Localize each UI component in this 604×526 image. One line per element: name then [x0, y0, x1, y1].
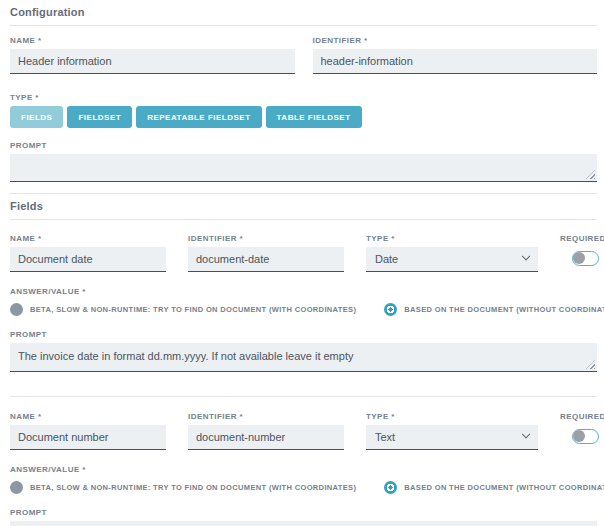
- type-selector-group: TYPE * FIELDS FIELDSET REPEATABLE FIELDS…: [10, 93, 597, 128]
- required-label: REQUIRED?: [560, 234, 604, 243]
- radio-option-label: BASED ON THE DOCUMENT (WITHOUT COORDINAT…: [404, 483, 604, 492]
- prompt-label: PROMPT: [10, 141, 597, 150]
- field-identifier-input[interactable]: [188, 247, 344, 272]
- radio-option-without-coordinates[interactable]: BASED ON THE DOCUMENT (WITHOUT COORDINAT…: [384, 481, 604, 494]
- field-name-group: NAME *: [10, 412, 166, 450]
- toggle-knob-icon: [573, 252, 585, 264]
- field-name-label: NAME *: [10, 234, 166, 243]
- chevron-down-icon: [522, 430, 530, 438]
- field-type-group: TYPE * Text: [366, 412, 538, 450]
- type-button-row: FIELDS FIELDSET REPEATABLE FIELDSET TABL…: [10, 106, 597, 128]
- field-identifier-group: IDENTIFIER *: [188, 234, 344, 272]
- answer-value-label: ANSWER/VALUE *: [10, 287, 597, 296]
- field-row: NAME * IDENTIFIER * TYPE * Date REQUIRED…: [10, 234, 597, 272]
- name-field-group: NAME *: [10, 36, 295, 74]
- radio-selected-icon[interactable]: [384, 481, 397, 494]
- field-type-value: Date: [375, 253, 398, 265]
- radio-option-with-coordinates[interactable]: BETA, SLOW & NON-RUNTIME: TRY TO FIND ON…: [10, 481, 356, 494]
- field-prompt-textarea[interactable]: The invoice date in format dd.mm.yyyy. I…: [10, 343, 597, 372]
- field-type-value: Text: [375, 431, 395, 443]
- fields-section-title: Fields: [10, 194, 597, 220]
- name-input[interactable]: [10, 49, 295, 74]
- configuration-section: Configuration NAME * IDENTIFIER * TYPE *…: [10, 0, 597, 182]
- field-prompt-group: PROMPT The invoice date in format dd.mm.…: [10, 330, 597, 372]
- field-type-select[interactable]: Text: [366, 425, 538, 450]
- type-button-table-fieldset[interactable]: TABLE FIELDSET: [266, 106, 362, 128]
- field-identifier-label: IDENTIFIER *: [188, 234, 344, 243]
- radio-selected-icon[interactable]: [384, 303, 397, 316]
- answer-value-radio-row: BETA, SLOW & NON-RUNTIME: TRY TO FIND ON…: [10, 303, 597, 316]
- radio-option-label: BASED ON THE DOCUMENT (WITHOUT COORDINAT…: [404, 305, 604, 314]
- field-identifier-input[interactable]: [188, 425, 344, 450]
- identifier-label: IDENTIFIER *: [313, 36, 598, 45]
- configuration-section-title: Configuration: [10, 0, 597, 26]
- field-name-label: NAME *: [10, 412, 166, 421]
- configuration-prompt-textarea[interactable]: [10, 154, 597, 182]
- required-toggle[interactable]: [572, 251, 599, 266]
- field-type-select[interactable]: Date: [366, 247, 538, 272]
- chevron-down-icon: [522, 252, 530, 260]
- field-prompt-label: PROMPT: [10, 508, 597, 517]
- field-identifier-group: IDENTIFIER *: [188, 412, 344, 450]
- toggle-knob-icon: [573, 430, 585, 442]
- identifier-input[interactable]: [313, 49, 598, 74]
- answer-value-radio-row: BETA, SLOW & NON-RUNTIME: TRY TO FIND ON…: [10, 481, 597, 494]
- field-identifier-label: IDENTIFIER *: [188, 412, 344, 421]
- type-button-repeatable-fieldset[interactable]: REPEATABLE FIELDSET: [136, 106, 261, 128]
- radio-option-with-coordinates[interactable]: BETA, SLOW & NON-RUNTIME: TRY TO FIND ON…: [10, 303, 356, 316]
- field-prompt-label: PROMPT: [10, 330, 597, 339]
- field-group-document-number: NAME * IDENTIFIER * TYPE * Text REQUIRED…: [10, 396, 597, 526]
- required-toggle[interactable]: [572, 429, 599, 444]
- configuration-name-row: NAME * IDENTIFIER *: [10, 36, 597, 74]
- field-type-label: TYPE *: [366, 234, 538, 243]
- field-group-document-date: NAME * IDENTIFIER * TYPE * Date REQUIRED…: [10, 220, 597, 372]
- radio-unselected-icon[interactable]: [10, 481, 23, 494]
- type-button-fieldset[interactable]: FIELDSET: [67, 106, 132, 128]
- field-type-label: TYPE *: [366, 412, 538, 421]
- required-label: REQUIRED?: [560, 412, 604, 421]
- type-button-fields[interactable]: FIELDS: [10, 106, 63, 128]
- field-name-input[interactable]: [10, 425, 166, 450]
- field-type-group: TYPE * Date: [366, 234, 538, 272]
- radio-unselected-icon[interactable]: [10, 303, 23, 316]
- configuration-prompt-group: PROMPT: [10, 141, 597, 182]
- radio-option-label: BETA, SLOW & NON-RUNTIME: TRY TO FIND ON…: [30, 305, 356, 314]
- field-row: NAME * IDENTIFIER * TYPE * Text REQUIRED…: [10, 412, 597, 450]
- field-prompt-group: PROMPT The invoice number, please remove…: [10, 508, 597, 526]
- field-name-group: NAME *: [10, 234, 166, 272]
- field-prompt-textarea[interactable]: The invoice number, please remove all sp…: [10, 521, 597, 526]
- identifier-field-group: IDENTIFIER *: [313, 36, 598, 74]
- answer-value-label: ANSWER/VALUE *: [10, 465, 597, 474]
- required-group: REQUIRED?: [560, 234, 604, 266]
- name-label: NAME *: [10, 36, 295, 45]
- field-name-input[interactable]: [10, 247, 166, 272]
- radio-option-label: BETA, SLOW & NON-RUNTIME: TRY TO FIND ON…: [30, 483, 356, 492]
- type-label: TYPE *: [10, 93, 597, 102]
- required-group: REQUIRED?: [560, 412, 604, 444]
- radio-option-without-coordinates[interactable]: BASED ON THE DOCUMENT (WITHOUT COORDINAT…: [384, 303, 604, 316]
- fields-section: Fields NAME * IDENTIFIER * TYPE * Date R…: [10, 193, 597, 526]
